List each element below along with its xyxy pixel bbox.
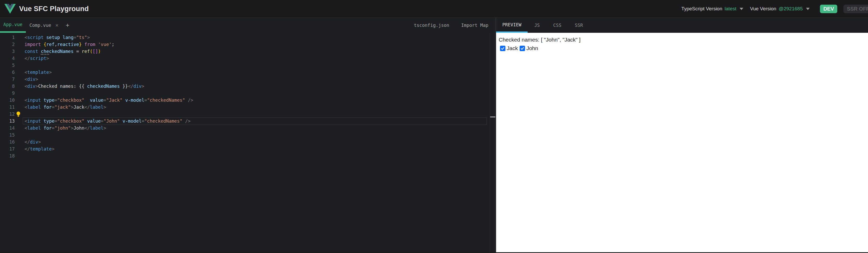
code-line-18[interactable]: 18 (0, 152, 496, 159)
code-line-5[interactable]: 5 (0, 62, 496, 69)
line-number: 5 (0, 63, 15, 68)
tab-preview[interactable]: PREVIEW (496, 18, 528, 33)
tsconfig-tab[interactable]: tsconfig.json (414, 23, 450, 28)
app-header: Vue SFC Playground TypeScript Version la… (0, 0, 868, 18)
output-tabbar: PREVIEW JS CSS SSR (496, 18, 868, 33)
code-line-17[interactable]: 17</template> (0, 145, 496, 152)
tab-css[interactable]: CSS (547, 18, 568, 33)
dev-toggle-button[interactable]: DEV (820, 5, 837, 13)
preview-sandbox: Checked names: [ "John", "Jack" ] JackJo… (496, 33, 868, 253)
page-title: Vue SFC Playground (19, 5, 89, 13)
line-number: 10 (0, 98, 15, 103)
code-line-14[interactable]: 14<label for="john">John</label> (0, 124, 496, 131)
editor-config-links: tsconfig.json Import Map (414, 18, 488, 33)
code-line-7[interactable]: 7<div> (0, 76, 496, 83)
code-line-3[interactable]: 3const checkedNames = ref([]) (0, 48, 496, 55)
code-line-15[interactable]: 15 (0, 131, 496, 138)
preview-output-text: Checked names: [ "John", "Jack" ] (499, 37, 868, 43)
add-file-button[interactable]: + (66, 18, 69, 33)
line-number: 11 (0, 104, 15, 110)
vue-version-caret-icon[interactable] (806, 8, 810, 10)
code-line-4[interactable]: 4</script> (0, 55, 496, 62)
ts-version-caret-icon[interactable] (740, 8, 743, 10)
line-number: 4 (0, 56, 15, 61)
line-number: 13 (0, 119, 15, 124)
header-controls: TypeScript Version latest Vue Version @2… (681, 5, 868, 13)
line-number: 2 (0, 42, 15, 47)
editor-pane: App.vue Comp.vue × + tsconfig.json Impor… (0, 18, 496, 253)
code-line-13[interactable]: 13<input type="checkbox" value="John" v-… (0, 118, 496, 124)
code-line-2[interactable]: 2import {ref,reactive} from 'vue'; (0, 41, 496, 48)
code-line-1[interactable]: 1<script setup lang="ts"> (0, 34, 496, 41)
line-number: 8 (0, 84, 15, 89)
tab-js[interactable]: JS (528, 18, 547, 33)
line-number: 15 (0, 132, 15, 137)
checkbox-label-jack[interactable]: Jack (507, 45, 518, 51)
output-pane: PREVIEW JS CSS SSR Checked names: [ "Joh… (496, 18, 868, 253)
code-line-10[interactable]: 10<input type="checkbox" value="Jack" v-… (0, 97, 496, 103)
tab-app-vue[interactable]: App.vue (0, 18, 26, 33)
code-editor[interactable]: 1<script setup lang="ts">2import {ref,re… (0, 33, 496, 253)
vue-logo-icon[interactable] (4, 4, 16, 14)
file-tabbar: App.vue Comp.vue × + tsconfig.json Impor… (0, 18, 496, 33)
line-number: 16 (0, 139, 15, 145)
close-tab-icon[interactable]: × (55, 22, 58, 28)
ssr-toggle-button[interactable]: SSR OFF (843, 5, 868, 13)
line-number: 14 (0, 125, 15, 131)
preview-checkbox-row: JackJohn (499, 45, 868, 51)
import-map-tab[interactable]: Import Map (461, 23, 488, 28)
ts-version-value[interactable]: latest (725, 6, 736, 11)
main-split: App.vue Comp.vue × + tsconfig.json Impor… (0, 18, 868, 253)
checkbox-label-john[interactable]: John (526, 45, 538, 51)
code-line-16[interactable]: 16</div> (0, 138, 496, 145)
line-number: 9 (0, 91, 15, 96)
tab-comp-vue[interactable]: Comp.vue × (26, 18, 61, 33)
vue-version-label: Vue Version (750, 6, 776, 11)
line-number: 7 (0, 77, 15, 82)
line-number: 12 (0, 112, 15, 117)
line-number: 3 (0, 49, 15, 54)
lightbulb-icon[interactable] (16, 111, 21, 117)
line-number: 1 (0, 35, 15, 40)
line-number: 6 (0, 70, 15, 75)
ts-version-label: TypeScript Version (681, 6, 722, 11)
tab-ssr[interactable]: SSR (568, 18, 590, 33)
line-number: 18 (0, 153, 15, 159)
line-number: 17 (0, 147, 15, 152)
code-line-6[interactable]: 6<template> (0, 69, 496, 76)
code-line-12[interactable]: 12 (0, 110, 496, 118)
checkbox-john-checked[interactable] (520, 46, 525, 51)
code-line-11[interactable]: 11<label for="jack">Jack</label> (0, 103, 496, 110)
code-line-8[interactable]: 8<div>Checked names: {{ checkedNames }}<… (0, 83, 496, 90)
code-line-9[interactable]: 9 (0, 90, 496, 97)
vue-version-value[interactable]: @2921685 (779, 6, 803, 11)
checkbox-jack-checked[interactable] (500, 46, 505, 51)
